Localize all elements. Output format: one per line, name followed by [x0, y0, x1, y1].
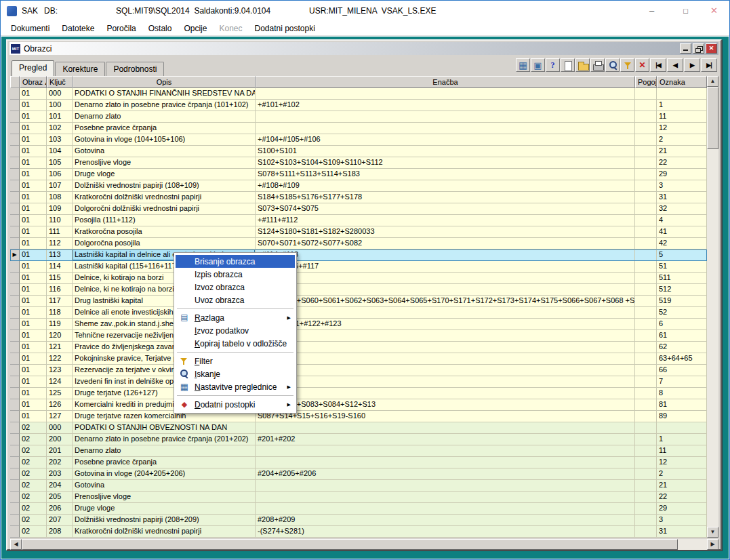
vertical-scroll-thumb[interactable]: [707, 87, 718, 149]
next-record-icon[interactable]: ▶: [684, 58, 700, 72]
row-selector[interactable]: [10, 492, 20, 503]
row-selector[interactable]: [10, 307, 20, 319]
row-selector[interactable]: [10, 342, 20, 353]
new-document-icon[interactable]: [561, 58, 575, 72]
column-header-pogoj[interactable]: Pogoj: [635, 76, 657, 88]
table-row[interactable]: 02205Prenosljive vloge22: [10, 492, 707, 503]
row-selector[interactable]: [10, 480, 20, 492]
scroll-down-icon[interactable]: ▼: [707, 527, 718, 538]
column-header-oznaka[interactable]: Oznaka: [657, 76, 707, 88]
row-selector[interactable]: [10, 353, 20, 365]
grid-icon[interactable]: ▦: [516, 58, 530, 72]
row-selector[interactable]: [10, 180, 20, 192]
tab-pregled[interactable]: Pregled: [12, 60, 54, 76]
row-selector[interactable]: [10, 503, 20, 515]
context-menu-item-izpis-obrazca[interactable]: Izpis obrazca: [176, 268, 295, 281]
table-row[interactable]: 01111Kratkoročna posojilaS124+S180+S181+…: [10, 226, 707, 238]
table-row[interactable]: 02207Dolžniški vrednostni papirji (208+2…: [10, 515, 707, 526]
row-selector[interactable]: [10, 146, 20, 157]
table-row[interactable]: 02208Kratkoročni dolžniški vrednostni pa…: [10, 526, 707, 538]
row-selector[interactable]: [10, 123, 20, 134]
table-row[interactable]: 01104GotovinaS100+S10121: [10, 146, 707, 157]
row-selector[interactable]: [10, 457, 20, 468]
table-row[interactable]: 02200Denarno zlato in posebne pravice čr…: [10, 434, 707, 445]
first-record-icon[interactable]: |◀: [650, 58, 666, 72]
context-menu-item-izvoz-podatkov[interactable]: Izvoz podatkov: [176, 324, 295, 337]
row-selector[interactable]: [10, 192, 20, 203]
table-row[interactable]: 01122Pokojninske pravice, Terjatve pok. …: [10, 353, 707, 365]
clear-filter-icon[interactable]: ✕: [635, 58, 649, 72]
row-selector[interactable]: [10, 134, 20, 146]
row-selector[interactable]: [10, 468, 20, 480]
row-selector[interactable]: [10, 445, 20, 457]
table-row[interactable]: 01116Delnice, ki ne kotirajo na borzi512: [10, 284, 707, 296]
table-row[interactable]: 01102Posebne pravice črpanja12: [10, 123, 707, 134]
row-selector[interactable]: [10, 399, 20, 411]
monitor-icon[interactable]: ▣: [531, 58, 545, 72]
table-row[interactable]: 01117Drug lastniški kapitalS058+S059+S06…: [10, 296, 707, 307]
row-selector[interactable]: [10, 388, 20, 399]
table-row[interactable]: 01123Rezervacije za terjatve v okviru st…: [10, 365, 707, 376]
scroll-up-icon[interactable]: ▲: [707, 76, 718, 87]
context-menu-item-izvoz-obrazca[interactable]: Izvoz obrazca: [176, 281, 295, 294]
context-menu-item-nastavitve-preglednice[interactable]: ▦Nastavitve preglednice▶: [176, 380, 295, 393]
row-selector[interactable]: [10, 319, 20, 330]
row-selector[interactable]: [10, 157, 20, 169]
child-minimize-button[interactable]: [680, 43, 691, 54]
horizontal-scrollbar[interactable]: ◀ ▶: [10, 539, 718, 550]
close-button[interactable]: ✕: [699, 1, 729, 21]
prev-record-icon[interactable]: ◀: [667, 58, 683, 72]
table-row[interactable]: 01118Delnice ali enote investicijskih sk…: [10, 307, 707, 319]
row-selector[interactable]: [10, 284, 20, 296]
context-menu-item-iskanje[interactable]: Iskanje: [176, 367, 295, 380]
menu-item-opcije[interactable]: Opcije: [178, 22, 213, 35]
column-header-kljuc[interactable]: Ključ: [47, 76, 73, 88]
table-row[interactable]: 01108Kratkoročni dolžniški vrednostni pa…: [10, 192, 707, 203]
context-menu-item-dodatni-postopki[interactable]: ◆Dodatni postopki▶: [176, 398, 295, 411]
menu-item-ostalo[interactable]: Ostalo: [142, 22, 178, 35]
column-header-obraz[interactable]: Obraz▲: [20, 76, 47, 88]
row-selector[interactable]: [10, 376, 20, 388]
row-selector[interactable]: [10, 88, 20, 100]
menu-item-poro-ila[interactable]: Poročila: [100, 22, 142, 35]
child-close-button[interactable]: ✕: [706, 43, 717, 54]
table-row[interactable]: 01110Posojila (111+112)+#111+#1124: [10, 215, 707, 226]
tab-podrobnosti[interactable]: Podrobnosti: [106, 62, 164, 76]
zoom-icon[interactable]: [605, 58, 620, 72]
table-row[interactable]: ▶01113Lastniški kapital in delnice ali e…: [10, 249, 707, 261]
table-row[interactable]: 01121Pravice do življenjskega zavarovanj…: [10, 342, 707, 353]
scroll-left-icon[interactable]: ◀: [10, 539, 22, 550]
table-row[interactable]: 02206Druge vloge29: [10, 503, 707, 515]
table-row[interactable]: 01107Dolžniški vrednostni papirji (108+1…: [10, 180, 707, 192]
table-row[interactable]: 01127Druge terjatve razen komercialnihS0…: [10, 411, 707, 422]
row-selector[interactable]: [10, 273, 20, 284]
column-header-opis[interactable]: Opis: [73, 76, 256, 88]
row-selector[interactable]: [10, 203, 20, 215]
menu-item-dodatni-postopki[interactable]: Dodatni postopki: [248, 22, 321, 35]
row-selector[interactable]: [10, 365, 20, 376]
row-selector[interactable]: [10, 261, 20, 273]
table-row[interactable]: 01124Izvedeni fin inst in delniške opcij…: [10, 376, 707, 388]
table-row[interactable]: 01126Komercialni krediti in predujmiS085…: [10, 399, 707, 411]
context-menu-item-uvoz-obrazca[interactable]: Uvoz obrazca: [176, 294, 295, 306]
context-menu-item-razlaga[interactable]: ▤Razlaga▶: [176, 311, 295, 324]
row-selector[interactable]: [10, 238, 20, 249]
column-header-enacba[interactable]: Enačba: [256, 76, 635, 88]
tab-korekture[interactable]: Korekture: [55, 62, 105, 76]
row-selector[interactable]: [10, 226, 20, 238]
maximize-button[interactable]: □: [670, 1, 701, 21]
row-selector[interactable]: [10, 169, 20, 180]
table-row[interactable]: 01100Denarno zlato in posebne pravice čr…: [10, 100, 707, 111]
row-selector[interactable]: [10, 111, 20, 123]
context-menu-item-filter[interactable]: Filter: [176, 355, 295, 367]
table-row[interactable]: 01101Denarno zlato11: [10, 111, 707, 123]
table-row[interactable]: 01105Prenosljive vlogeS102+S103+S104+S10…: [10, 157, 707, 169]
menu-item-datoteke[interactable]: Datoteke: [56, 22, 100, 35]
minimize-button[interactable]: –: [636, 1, 667, 21]
table-row[interactable]: 01115Delnice, ki kotirajo na borzi511: [10, 273, 707, 284]
row-selector[interactable]: [10, 422, 20, 434]
table-row[interactable]: 01000PODATKI O STANJIH FINANČNIH SREDSTE…: [10, 88, 707, 100]
row-selector[interactable]: [10, 296, 20, 307]
table-row[interactable]: 02202Posebne pravice črpanja12: [10, 457, 707, 468]
print-icon[interactable]: [590, 58, 605, 72]
